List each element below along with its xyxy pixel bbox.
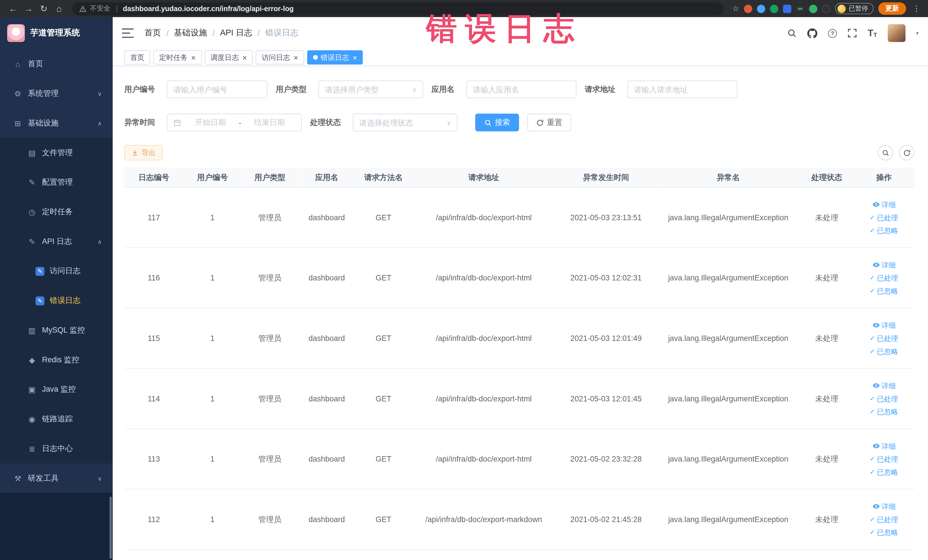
cell-id: 113 <box>124 429 183 490</box>
action-ignored[interactable]: ✓已忽略 <box>870 225 898 236</box>
action-processed[interactable]: ✓已处理 <box>870 333 898 343</box>
action-ignored[interactable]: ✓已忽略 <box>870 467 898 477</box>
action-detail[interactable]: 详细 <box>872 320 896 330</box>
check-icon: ✓ <box>870 394 875 403</box>
url-bar[interactable]: 不安全 dashboard.yudao.iocoder.cn/infra/log… <box>72 2 724 15</box>
browser-extension-icon[interactable] <box>783 5 791 13</box>
sidebar-item-api-log[interactable]: ✎API 日志∧ <box>0 227 112 256</box>
sidebar-item-scheduled-tasks[interactable]: ◷定时任务 <box>0 197 112 227</box>
action-ignored[interactable]: ✓已忽略 <box>870 527 898 537</box>
home-icon[interactable]: ⌂ <box>52 0 66 17</box>
browser-extension-icon[interactable] <box>809 5 817 13</box>
sidebar-item-mysql-monitor[interactable]: ▥MySQL 监控 <box>0 316 112 345</box>
url-text[interactable]: dashboard.yudao.iocoder.cn/infra/log/api… <box>123 5 293 13</box>
bookmark-star-icon[interactable]: ☆ <box>732 4 739 13</box>
sidebar-item-system-management[interactable]: ⚙系统管理∨ <box>0 79 112 108</box>
tab-scheduled-tasks[interactable]: 定时任务× <box>153 50 201 64</box>
process-status-select[interactable]: ∨ <box>353 113 457 131</box>
reset-button[interactable]: 重置 <box>527 113 571 131</box>
sidebar-item-infrastructure[interactable]: ⊞基础设施∧ <box>0 108 112 138</box>
app-name-field[interactable] <box>473 85 570 94</box>
action-detail[interactable]: 详细 <box>872 259 896 270</box>
action-processed[interactable]: ✓已处理 <box>870 394 898 404</box>
sidebar-item-config-management[interactable]: ✎配置管理 <box>0 168 112 197</box>
check-icon: ✓ <box>870 273 875 283</box>
action-processed[interactable]: ✓已处理 <box>870 453 898 464</box>
chevron-down-icon[interactable]: ▾ <box>916 31 918 36</box>
browser-extension-icon[interactable]: on <box>796 5 804 13</box>
sidebar-scrollbar[interactable] <box>110 497 112 559</box>
action-detail[interactable]: 详细 <box>872 380 896 391</box>
action-processed[interactable]: ✓已处理 <box>870 514 898 525</box>
avatar[interactable] <box>888 24 905 42</box>
github-icon[interactable] <box>807 28 817 38</box>
action-ignored[interactable]: ✓已忽略 <box>870 346 898 357</box>
request-url-input[interactable] <box>627 81 737 98</box>
browser-window: ← → ↻ ⌂ 不安全 dashboard.yudao.iocoder.cn/i… <box>0 0 928 560</box>
action-detail[interactable]: 详细 <box>872 441 896 451</box>
fullscreen-icon[interactable] <box>847 29 857 38</box>
search-button[interactable]: 搜索 <box>475 113 519 131</box>
user-type-select[interactable]: ∨ <box>318 81 423 98</box>
sidebar-item-access-log[interactable]: ✎访问日志 <box>0 256 112 286</box>
browser-extension-icon[interactable] <box>757 5 765 13</box>
cell-status: 未处理 <box>800 248 853 308</box>
sidebar-item-redis-monitor[interactable]: ◆Redis 监控 <box>0 345 112 375</box>
action-processed[interactable]: ✓已处理 <box>870 212 898 223</box>
action-ignored[interactable]: ✓已忽略 <box>870 406 898 417</box>
breadcrumb-item[interactable]: 基础设施 <box>174 28 207 38</box>
column-header: 用户类型 <box>241 168 298 188</box>
update-button[interactable]: 更新 <box>878 2 906 15</box>
date-start-placeholder[interactable]: 开始日期 <box>185 117 236 128</box>
table-row: 1171管理员dashboardGET/api/infra/db-doc/exp… <box>124 188 914 248</box>
toggle-search-button[interactable] <box>878 145 893 160</box>
action-processed[interactable]: ✓已处理 <box>870 272 898 283</box>
tab-close-icon[interactable]: × <box>191 53 196 61</box>
tab-close-icon[interactable]: × <box>353 53 357 61</box>
tab-close-icon[interactable]: × <box>293 53 298 61</box>
export-button[interactable]: 导出 <box>124 145 163 160</box>
cell-method: GET <box>355 308 412 369</box>
breadcrumb-item[interactable]: 首页 <box>144 28 161 38</box>
sidebar-collapse-icon[interactable] <box>122 29 133 38</box>
browser-extension-icon[interactable] <box>822 5 830 13</box>
forward-icon[interactable]: → <box>21 0 36 17</box>
app-name-input[interactable] <box>466 81 577 98</box>
exception-time-range[interactable]: 开始日期 - 结束日期 <box>167 113 302 131</box>
action-detail[interactable]: 详细 <box>872 501 896 511</box>
tab-schedule-log[interactable]: 调度日志× <box>205 50 253 64</box>
reload-icon[interactable]: ↻ <box>37 0 51 17</box>
sidebar-item-home[interactable]: ⌂首页 <box>0 49 112 79</box>
app-logo[interactable]: 芋道管理系统 <box>0 17 112 49</box>
search-icon[interactable] <box>787 29 797 38</box>
browser-extension-icon[interactable] <box>770 5 778 13</box>
sidebar-item-file-management[interactable]: ▤文件管理 <box>0 138 112 168</box>
tab-home[interactable]: 首页 <box>124 50 150 64</box>
sidebar-item-log-center[interactable]: ≣日志中心 <box>0 434 112 464</box>
tab-error-log[interactable]: 错误日志× <box>307 50 363 64</box>
help-icon[interactable]: ? <box>828 29 837 38</box>
sidebar-item-trace[interactable]: ◉链路追踪 <box>0 404 112 434</box>
process-status-field[interactable] <box>359 118 443 127</box>
breadcrumb-item[interactable]: API 日志 <box>220 28 252 38</box>
user-id-input[interactable] <box>167 81 267 98</box>
font-size-icon[interactable]: TT <box>868 29 877 38</box>
action-detail[interactable]: 详细 <box>872 199 896 210</box>
back-icon[interactable]: ← <box>6 0 20 17</box>
browser-extension-icon[interactable] <box>744 5 752 13</box>
paused-badge[interactable]: 已暂停 <box>835 3 873 14</box>
sidebar-item-error-log[interactable]: ✎错误日志 <box>0 286 112 316</box>
browser-menu-icon[interactable]: ⋮ <box>911 4 922 13</box>
tab-access-log[interactable]: 访问日志× <box>256 50 304 64</box>
date-end-placeholder[interactable]: 结束日期 <box>244 117 295 128</box>
security-label[interactable]: 不安全 <box>90 4 110 13</box>
action-ignored[interactable]: ✓已忽略 <box>870 285 898 296</box>
user-id-field[interactable] <box>174 85 261 94</box>
refresh-icon <box>536 119 544 127</box>
sidebar-item-java-monitor[interactable]: ▣Java 监控 <box>0 375 112 404</box>
tab-close-icon[interactable]: × <box>243 53 247 61</box>
sidebar-item-dev-tools[interactable]: ⚒研发工具∨ <box>0 463 112 493</box>
user-type-field[interactable] <box>325 85 409 94</box>
refresh-table-button[interactable] <box>899 145 914 160</box>
request-url-field[interactable] <box>634 85 731 94</box>
